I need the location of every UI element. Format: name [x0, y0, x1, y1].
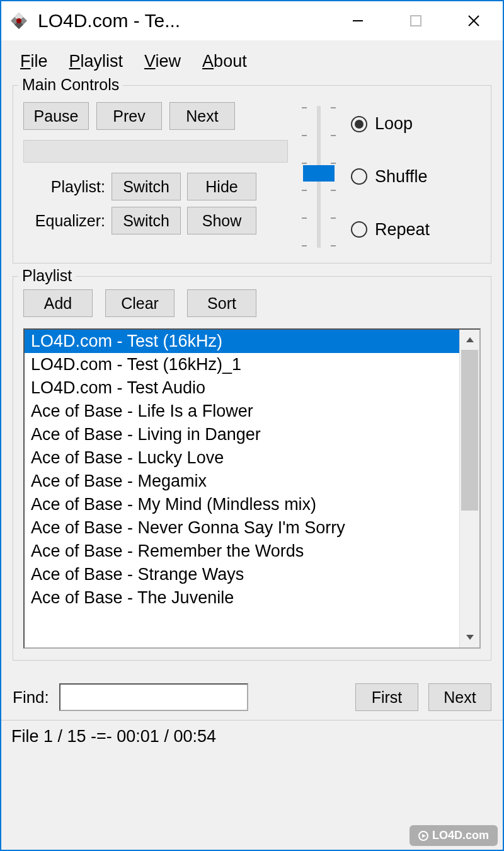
playlist-listbox[interactable]: LO4D.com - Test (16kHz)LO4D.com - Test (… [23, 328, 481, 649]
equalizer-switch-button[interactable]: Switch [112, 207, 181, 234]
list-item[interactable]: Ace of Base - The Juvenile [25, 586, 459, 610]
radio-loop[interactable]: Loop [351, 114, 430, 134]
add-button[interactable]: Add [23, 289, 93, 317]
pause-button[interactable]: Pause [23, 102, 89, 130]
statusbar: File 1 / 15 -=- 00:01 / 00:54 [1, 720, 503, 753]
equalizer-show-button[interactable]: Show [187, 207, 256, 234]
main-controls-legend: Main Controls [18, 76, 123, 94]
list-item[interactable]: Ace of Base - Remember the Words [25, 540, 459, 563]
svg-marker-9 [466, 635, 474, 640]
menu-view[interactable]: View [144, 52, 181, 71]
radio-icon [351, 168, 367, 185]
svg-marker-11 [422, 834, 426, 838]
radio-loop-label: Loop [375, 114, 413, 134]
radio-shuffle-label: Shuffle [375, 167, 428, 187]
playlist-legend: Playlist [18, 267, 76, 285]
svg-rect-5 [411, 16, 421, 26]
sort-button[interactable]: Sort [187, 289, 256, 317]
watermark: LO4D.com [410, 825, 498, 846]
find-row: Find: First Next [1, 673, 503, 720]
minimize-button[interactable] [329, 1, 387, 40]
find-first-button[interactable]: First [355, 683, 418, 711]
radio-repeat[interactable]: Repeat [351, 220, 430, 240]
radio-repeat-label: Repeat [375, 220, 430, 240]
list-item[interactable]: Ace of Base - Never Gonna Say I'm Sorry [25, 516, 459, 540]
list-item[interactable]: LO4D.com - Test (16kHz) [25, 330, 459, 353]
clear-button[interactable]: Clear [105, 289, 175, 317]
scroll-thumb[interactable] [461, 350, 478, 511]
next-button[interactable]: Next [169, 102, 235, 130]
list-item[interactable]: LO4D.com - Test (16kHz)_1 [25, 353, 459, 376]
watermark-text: LO4D.com [432, 829, 489, 842]
list-item[interactable]: Ace of Base - Life Is a Flower [25, 400, 459, 423]
find-input[interactable] [59, 683, 248, 711]
progress-slider[interactable] [23, 140, 288, 163]
equalizer-label: Equalizer: [23, 212, 105, 230]
playlist-group: Playlist Add Clear Sort LO4D.com - Test … [13, 276, 491, 661]
svg-point-3 [16, 18, 21, 23]
app-window: LO4D.com - Te... File Playlist View Abou… [0, 0, 504, 851]
playlist-label: Playlist: [23, 178, 105, 196]
radio-icon [351, 221, 367, 238]
list-item[interactable]: LO4D.com - Test Audio [25, 376, 459, 400]
close-button[interactable] [445, 1, 503, 40]
find-label: Find: [13, 688, 49, 707]
prev-button[interactable]: Prev [96, 102, 162, 130]
titlebar: LO4D.com - Te... [1, 1, 503, 40]
find-next-button[interactable]: Next [428, 683, 491, 711]
radio-icon [351, 116, 367, 132]
scrollbar[interactable] [459, 330, 479, 647]
svg-marker-8 [466, 337, 474, 342]
menu-about[interactable]: About [202, 52, 247, 71]
playlist-switch-button[interactable]: Switch [112, 173, 181, 200]
volume-slider[interactable] [297, 102, 341, 252]
list-item[interactable]: Ace of Base - Strange Ways [25, 563, 459, 586]
app-icon [9, 11, 29, 31]
menu-file[interactable]: File [20, 52, 48, 71]
radio-shuffle[interactable]: Shuffle [351, 167, 430, 187]
window-title: LO4D.com - Te... [38, 10, 329, 32]
list-item[interactable]: Ace of Base - My Mind (Mindless mix) [25, 493, 459, 516]
main-controls-group: Main Controls Pause Prev Next Playlist: … [13, 85, 491, 263]
volume-slider-thumb[interactable] [303, 165, 335, 182]
menu-playlist[interactable]: Playlist [69, 52, 123, 71]
playlist-hide-button[interactable]: Hide [187, 173, 256, 200]
scroll-down-icon[interactable] [460, 627, 479, 647]
list-item[interactable]: Ace of Base - Lucky Love [25, 446, 459, 470]
scroll-up-icon[interactable] [460, 330, 479, 350]
list-item[interactable]: Ace of Base - Megamix [25, 470, 459, 493]
maximize-button[interactable] [387, 1, 445, 40]
list-item[interactable]: Ace of Base - Living in Danger [25, 423, 459, 446]
